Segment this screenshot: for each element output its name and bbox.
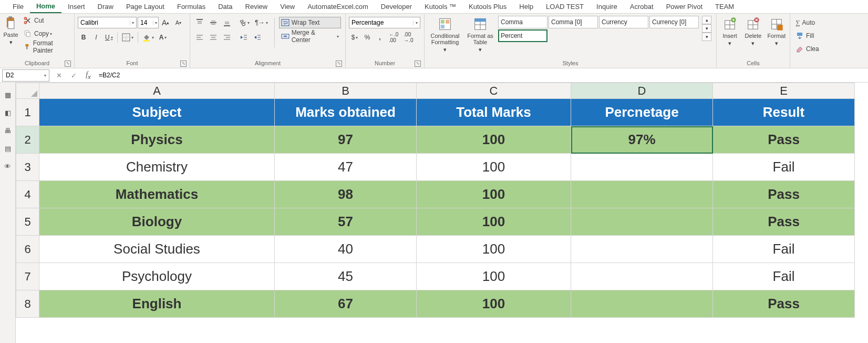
italic-button[interactable]: I [90, 32, 102, 43]
menu-tab-home[interactable]: Home [30, 0, 61, 13]
clear-button[interactable]: Clea [793, 43, 825, 55]
cell-E2[interactable]: Pass [713, 126, 855, 154]
menu-tab-power-pivot[interactable]: Power Pivot [660, 1, 709, 13]
tool-2[interactable]: ◧ [3, 108, 13, 117]
cell-D1[interactable]: Percnetage [571, 99, 713, 126]
decrease-indent-button[interactable] [237, 32, 250, 43]
conditional-formatting-button[interactable]: Conditional Formatting▾ [428, 16, 462, 53]
chevron-down-icon[interactable]: ▾ [153, 21, 158, 25]
menu-tab-kutools-plus[interactable]: Kutools Plus [462, 1, 513, 13]
cell-E7[interactable]: Fail [713, 263, 855, 290]
grow-font-button[interactable]: A▴ [160, 17, 171, 28]
menu-tab-developer[interactable]: Developer [375, 1, 418, 13]
insert-cells-button[interactable]: Insert▾ [720, 16, 740, 53]
tool-1[interactable]: ▦ [3, 90, 13, 99]
row-header-4[interactable]: 4 [16, 181, 39, 208]
cell-E1[interactable]: Result [713, 99, 855, 126]
cell-C7[interactable]: 100 [417, 263, 571, 290]
cell-A5[interactable]: Biology [39, 208, 275, 236]
cell-C5[interactable]: 100 [417, 208, 571, 236]
ltr-button[interactable]: ¶→▾ [253, 17, 270, 28]
increase-indent-button[interactable] [251, 32, 264, 43]
menu-tab-inquire[interactable]: Inquire [590, 1, 624, 13]
cell-C1[interactable]: Total Marks [417, 99, 571, 126]
dialog-launcher[interactable]: ⤡ [65, 60, 71, 67]
menu-tab-automateexcel-com[interactable]: AutomateExcel.com [301, 1, 375, 13]
cell-E4[interactable]: Pass [713, 181, 855, 208]
menu-tab-formulas[interactable]: Formulas [171, 1, 212, 13]
increase-decimal-button[interactable]: ←.0.00 [387, 32, 400, 43]
menu-tab-help[interactable]: Help [513, 1, 540, 13]
menu-tab-kutools-[interactable]: Kutools ™ [418, 1, 462, 13]
style-comma0[interactable]: Comma [0] [549, 16, 598, 28]
align-left-button[interactable] [193, 32, 206, 43]
cell-B2[interactable]: 97 [275, 126, 417, 154]
name-box[interactable]: ▾ [2, 69, 49, 82]
cell-D7[interactable] [571, 263, 713, 290]
cell-A7[interactable]: Psychology [39, 263, 275, 290]
style-currency[interactable]: Currency [599, 16, 648, 28]
font-name-combo[interactable]: ▾ [78, 17, 137, 28]
tool-4[interactable]: ▤ [3, 144, 13, 153]
row-header-6[interactable]: 6 [16, 236, 39, 263]
cell-C3[interactable]: 100 [417, 154, 571, 181]
cell-C8[interactable]: 100 [417, 290, 571, 318]
tool-5[interactable]: 👁 [3, 162, 13, 171]
orientation-button[interactable]: ab▾ [237, 17, 252, 28]
style-percent[interactable]: Percent [498, 29, 547, 42]
menu-tab-team[interactable]: TEAM [709, 1, 740, 13]
font-size-input[interactable] [138, 19, 153, 26]
percent-button[interactable]: % [361, 32, 373, 43]
cell-B3[interactable]: 47 [275, 154, 417, 181]
cell-E8[interactable]: Pass [713, 290, 855, 318]
cell-B8[interactable]: 67 [275, 290, 417, 318]
select-all-corner[interactable] [16, 83, 39, 99]
menu-tab-draw[interactable]: Draw [91, 1, 120, 13]
cell-E6[interactable]: Fail [713, 236, 855, 263]
comma-button[interactable]: , [374, 32, 386, 43]
font-name-input[interactable] [78, 19, 130, 26]
chevron-down-icon[interactable]: ▾ [42, 73, 49, 78]
dialog-launcher[interactable]: ⤡ [415, 60, 421, 67]
style-gallery-scroll[interactable]: ▴ ▾ ▾ [702, 16, 711, 41]
align-center-button[interactable] [207, 32, 220, 43]
bold-button[interactable]: B [78, 32, 89, 43]
cell-A2[interactable]: Physics [39, 126, 275, 154]
format-painter-button[interactable]: Format Painter [22, 41, 71, 53]
menu-tab-file[interactable]: File [6, 1, 30, 13]
cell-E3[interactable]: Fail [713, 154, 855, 181]
menu-tab-acrobat[interactable]: Acrobat [624, 1, 660, 13]
cell-A3[interactable]: Chemistry [39, 154, 275, 181]
align-middle-button[interactable] [207, 17, 220, 28]
cell-C4[interactable]: 100 [417, 181, 571, 208]
cell-B6[interactable]: 40 [275, 236, 417, 263]
menu-tab-review[interactable]: Review [239, 1, 274, 13]
scroll-up-icon[interactable]: ▴ [702, 16, 711, 24]
align-right-button[interactable] [221, 32, 233, 43]
row-header-2[interactable]: 2 [16, 126, 39, 154]
cell-D3[interactable] [571, 154, 713, 181]
format-cells-button[interactable]: Format▾ [767, 16, 787, 53]
cell-B7[interactable]: 45 [275, 263, 417, 290]
row-header-1[interactable]: 1 [16, 99, 39, 126]
border-button[interactable]: ▾ [120, 32, 136, 43]
tool-3[interactable]: 🖶 [3, 126, 13, 135]
formula-input[interactable] [95, 69, 868, 82]
format-as-table-button[interactable]: Format as Table▾ [466, 16, 495, 53]
cell-B5[interactable]: 57 [275, 208, 417, 236]
scroll-down-icon[interactable]: ▾ [702, 24, 711, 33]
cell-A4[interactable]: Mathematics [39, 181, 275, 208]
cell-C2[interactable]: 100 [417, 126, 571, 154]
col-header-C[interactable]: C [417, 83, 571, 99]
cell-E5[interactable]: Pass [713, 208, 855, 236]
col-header-B[interactable]: B [275, 83, 417, 99]
cancel-formula-button[interactable]: ✕ [53, 69, 65, 81]
menu-tab-data[interactable]: Data [212, 1, 239, 13]
delete-cells-button[interactable]: Delete▾ [743, 16, 763, 53]
decrease-decimal-button[interactable]: .00→.0 [401, 32, 415, 43]
number-format-combo[interactable]: ▾ [349, 17, 420, 28]
name-box-input[interactable] [3, 72, 42, 79]
cell-B1[interactable]: Marks obtained [275, 99, 417, 126]
merge-center-button[interactable]: Merge & Center ▾ [279, 31, 341, 42]
style-currency0[interactable]: Currency [0] [649, 16, 699, 28]
